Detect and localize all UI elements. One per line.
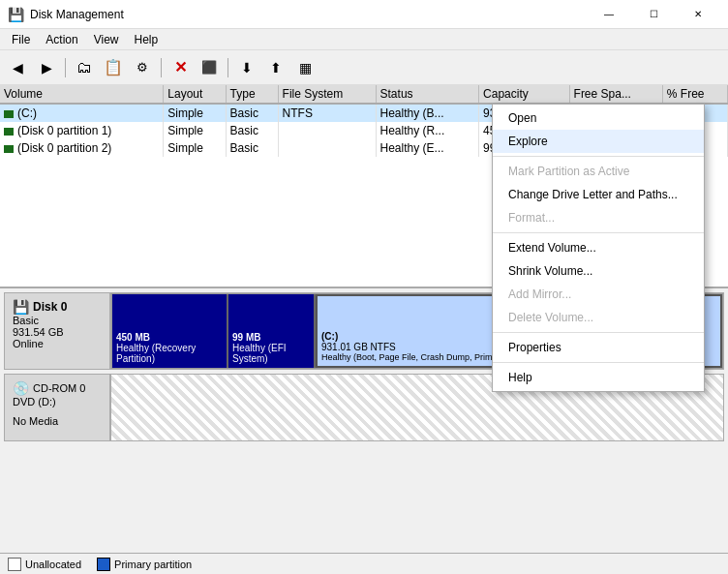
import2-button[interactable]: ⬆ [262, 54, 289, 81]
disk-0-type: Basic [13, 315, 102, 326]
folder-button[interactable]: 🗂 [71, 54, 98, 81]
legend-unallocated-label: Unallocated [25, 559, 81, 570]
partition-recovery-desc: Healthy (Recovery Partition) [116, 343, 223, 364]
disk-icon: 💾 [13, 299, 29, 315]
title-bar: 💾 Disk Management — ☐ ✕ [0, 0, 728, 29]
table-cell: Simple [164, 104, 226, 122]
title-bar-controls: — ☐ ✕ [587, 0, 720, 29]
menu-action[interactable]: Action [38, 29, 85, 49]
context-menu-item-shrink[interactable]: Shrink Volume... [493, 259, 704, 283]
table-cell: Simple [164, 139, 226, 157]
table-cell: Basic [226, 104, 278, 122]
context-menu-separator [493, 232, 704, 233]
table-cell: Healthy (B... [376, 104, 479, 122]
properties-button[interactable]: 📋 [100, 54, 127, 81]
context-menu-item-format: Format... [493, 206, 704, 229]
table-header-row: Volume Layout Type File System Status Ca… [0, 85, 728, 104]
import1-button[interactable]: ⬇ [233, 54, 260, 81]
cdrom-0-type: DVD (D:) [13, 396, 102, 408]
disk-0-name: Disk 0 [33, 300, 67, 314]
col-layout: Layout [164, 85, 226, 104]
table-cell: Basic [226, 139, 278, 157]
status-bar: Unallocated Primary partition [0, 553, 728, 574]
partition-recovery[interactable]: 450 MB Healthy (Recovery Partition) [112, 294, 228, 368]
table-cell: NTFS [278, 104, 376, 122]
menu-file[interactable]: File [4, 29, 38, 49]
disk-0-label: 💾 Disk 0 Basic 931.54 GB Online [5, 293, 111, 369]
table-cell: (Disk 0 partition 2) [0, 139, 164, 157]
table-cell [278, 139, 376, 157]
disk-0-size: 931.54 GB [13, 326, 102, 338]
settings-button[interactable]: ⚙ [129, 54, 156, 81]
partition-efi-size: 99 MB [232, 332, 310, 343]
legend-unallocated: Unallocated [8, 558, 81, 571]
cdrom-0-status: No Media [13, 415, 102, 427]
legend-primary: Primary partition [97, 558, 192, 571]
context-menu-separator [493, 156, 704, 157]
col-percentfree: % Free [662, 85, 727, 104]
close-button[interactable]: ✕ [676, 0, 720, 29]
table-cell [278, 122, 376, 139]
table-cell: (Disk 0 partition 1) [0, 122, 164, 139]
table-cell: (C:) [0, 104, 164, 122]
context-menu: OpenExploreMark Partition as ActiveChang… [492, 104, 705, 392]
context-menu-item-properties[interactable]: Properties [493, 336, 704, 359]
menu-view[interactable]: View [86, 29, 127, 49]
col-status: Status [376, 85, 479, 104]
context-menu-item-extend[interactable]: Extend Volume... [493, 236, 704, 259]
cdrom-icon: 💿 [13, 380, 29, 396]
partition-efi-desc: Healthy (EFI System) [232, 343, 310, 364]
context-menu-item-open[interactable]: Open [493, 106, 704, 130]
table-cell: Basic [226, 122, 278, 139]
col-freespace: Free Spa... [569, 85, 662, 104]
disk-0-status: Online [13, 338, 102, 349]
cdrom-0-label: 💿 CD-ROM 0 DVD (D:) No Media [5, 375, 111, 440]
partition-efi[interactable]: 99 MB Healthy (EFI System) [228, 294, 316, 368]
table-cell: Simple [164, 122, 226, 139]
legend-unallocated-box [8, 558, 21, 571]
context-menu-item-mark-active: Mark Partition as Active [493, 160, 704, 183]
title-bar-title: Disk Management [30, 8, 124, 21]
legend-primary-box [97, 558, 110, 571]
legend-primary-label: Primary partition [114, 559, 192, 570]
context-menu-item-change-drive[interactable]: Change Drive Letter and Paths... [493, 183, 704, 206]
minimize-button[interactable]: — [587, 0, 631, 29]
context-menu-item-delete-volume: Delete Volume... [493, 306, 704, 329]
col-type: Type [226, 85, 278, 104]
col-filesystem: File System [278, 85, 376, 104]
export-button[interactable]: ⬛ [196, 54, 223, 81]
console-button[interactable]: ▦ [291, 54, 318, 81]
partition-recovery-size: 450 MB [116, 332, 223, 343]
context-menu-item-help[interactable]: Help [493, 366, 704, 389]
toolbar-separator-1 [65, 58, 66, 77]
maximize-button[interactable]: ☐ [631, 0, 676, 29]
toolbar: ◀ ▶ 🗂 📋 ⚙ ✕ ⬛ ⬇ ⬆ ▦ [0, 50, 728, 85]
toolbar-separator-2 [161, 58, 162, 77]
context-menu-item-add-mirror: Add Mirror... [493, 283, 704, 306]
menu-bar: File Action View Help [0, 29, 728, 50]
context-menu-separator [493, 332, 704, 333]
toolbar-separator-3 [228, 58, 228, 77]
title-bar-left: 💾 Disk Management [8, 7, 124, 22]
context-menu-item-explore[interactable]: Explore [493, 130, 704, 153]
refresh-button[interactable]: ✕ [167, 54, 194, 81]
app-icon: 💾 [8, 7, 24, 22]
table-cell: Healthy (R... [376, 122, 479, 139]
menu-help[interactable]: Help [127, 29, 167, 49]
table-cell: Healthy (E... [376, 139, 479, 157]
back-button[interactable]: ◀ [4, 54, 31, 81]
forward-button[interactable]: ▶ [33, 54, 60, 81]
col-volume: Volume [0, 85, 164, 104]
cdrom-0-name: CD-ROM 0 [33, 382, 85, 394]
col-capacity: Capacity [479, 85, 569, 104]
context-menu-separator [493, 362, 704, 363]
